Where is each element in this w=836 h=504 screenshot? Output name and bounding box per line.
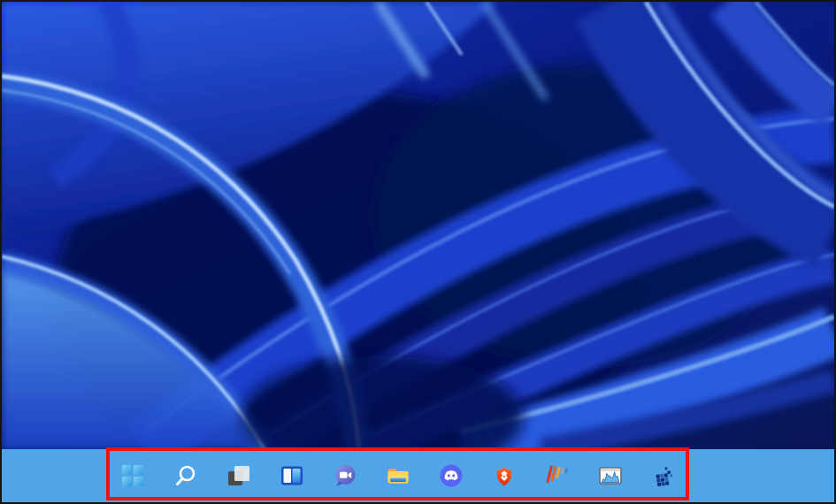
discord-button[interactable] xyxy=(435,456,467,495)
pinned-app-button[interactable] xyxy=(541,456,573,495)
bloom-wallpaper-art xyxy=(2,2,834,449)
start-button[interactable] xyxy=(117,456,149,495)
desktop-wallpaper xyxy=(2,2,834,449)
file-explorer-icon xyxy=(386,463,410,488)
voxel-app-button[interactable] xyxy=(648,456,679,495)
taskbar-icon-row xyxy=(117,449,679,502)
brave-lion-icon xyxy=(492,463,517,488)
brave-button[interactable] xyxy=(488,456,520,495)
chat-button[interactable] xyxy=(329,456,361,495)
search-icon xyxy=(173,463,198,488)
widgets-button[interactable] xyxy=(276,456,308,495)
discord-icon xyxy=(439,463,464,488)
task-view-button[interactable] xyxy=(223,456,255,495)
windows-start-icon xyxy=(120,463,145,488)
file-explorer-button[interactable] xyxy=(382,456,414,495)
task-manager-button[interactable] xyxy=(594,456,626,495)
search-button[interactable] xyxy=(170,456,202,495)
color-strokes-icon xyxy=(545,463,570,488)
taskbar xyxy=(2,449,834,502)
performance-graph-icon xyxy=(598,463,623,488)
chat-video-icon xyxy=(333,463,357,488)
widgets-icon xyxy=(280,463,304,488)
voxel-cube-icon xyxy=(651,463,676,488)
windows11-desktop xyxy=(0,0,836,504)
task-view-icon xyxy=(226,463,251,488)
